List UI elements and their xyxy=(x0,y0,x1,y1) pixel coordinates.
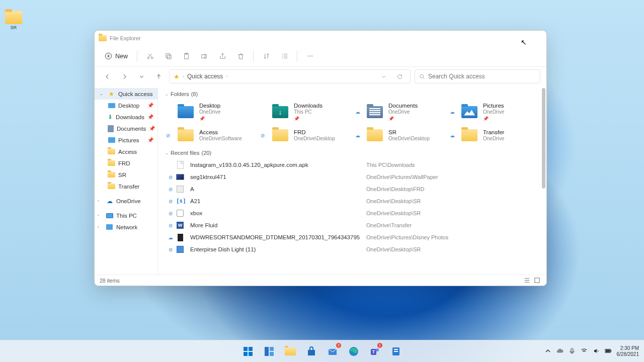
file-row[interactable]: ⊘AOneDrive\Desktop\FRD xyxy=(165,183,539,195)
widgets-button[interactable] xyxy=(260,342,279,361)
onedrive-tray-icon[interactable] xyxy=(556,347,564,355)
sidebar-item-documents[interactable]: Documents📌 xyxy=(95,123,157,134)
delete-button[interactable] xyxy=(233,49,248,64)
file-path: OneDrive\Pictures\Disney Photos xyxy=(366,234,448,240)
folder-downloads[interactable]: ↓DownloadsThis PC📌 xyxy=(260,100,350,124)
sort-button[interactable] xyxy=(259,49,274,64)
chevron-down-icon xyxy=(138,73,145,80)
file-name: A21 xyxy=(190,198,366,204)
sidebar-item-downloads[interactable]: ⬇Downloads📌 xyxy=(95,111,157,123)
chevron-right-icon[interactable]: › xyxy=(98,213,103,218)
wifi-tray-icon[interactable] xyxy=(581,347,588,355)
battery-tray-icon[interactable] xyxy=(605,347,612,355)
file-row[interactable]: ☁WDWRESORTSANDMORE_DTDMEMR_20170301_7964… xyxy=(165,231,539,243)
search-icon xyxy=(419,73,425,80)
file-row[interactable]: ⊘[s]A21OneDrive\Desktop\SR xyxy=(165,195,539,207)
paste-button[interactable] xyxy=(179,49,194,64)
chevron-down-icon[interactable]: ⌄ xyxy=(100,92,105,96)
pc-icon xyxy=(106,212,113,219)
breadcrumb-item[interactable]: Quick access xyxy=(187,73,223,80)
folder-access[interactable]: ⊘AccessOneDrive\Software xyxy=(165,126,256,145)
file-row[interactable]: ⊘Enterpirse Dish Light (11)OneDrive\Desk… xyxy=(165,243,539,255)
svg-rect-13 xyxy=(244,347,248,351)
address-bar[interactable]: ★ › Quick access › xyxy=(169,69,411,83)
store-button[interactable] xyxy=(302,342,321,361)
file-row[interactable]: ⊘xboxOneDrive\Desktop\SR xyxy=(165,207,539,219)
svg-text:T: T xyxy=(372,349,375,354)
file-row[interactable]: ⊘seg1ktrxul471OneDrive\Pictures\WallPape… xyxy=(165,171,539,183)
sidebar-item-sr[interactable]: SR xyxy=(95,169,157,180)
explorer-button[interactable] xyxy=(281,342,300,361)
details-view-button[interactable] xyxy=(522,277,531,285)
sidebar-item-network[interactable]: ›Network xyxy=(95,221,157,233)
history-dropdown[interactable] xyxy=(377,70,390,83)
tips-button[interactable] xyxy=(386,342,406,361)
chevron-right-icon[interactable]: › xyxy=(98,199,103,203)
badge: 1 xyxy=(377,343,382,348)
folder-frd[interactable]: ⊘FRDOneDrive\Desktop xyxy=(260,126,350,145)
edge-icon xyxy=(348,346,359,357)
trash-icon xyxy=(237,52,245,60)
file-row[interactable]: ⊘WMore FluidOneDrive\Transfer xyxy=(165,219,539,231)
sidebar-item-this-pc[interactable]: ›This PC xyxy=(95,210,157,221)
separator xyxy=(297,51,297,62)
sync-status-icon: ⊘ xyxy=(166,223,175,228)
svg-rect-16 xyxy=(249,352,253,356)
status-bar: 28 items xyxy=(95,275,546,286)
more-button[interactable] xyxy=(302,49,317,64)
share-button[interactable] xyxy=(215,49,230,64)
sidebar-item-transfer[interactable]: Transfer xyxy=(95,180,157,192)
file-name: More Fluid xyxy=(190,222,366,228)
sidebar-item-pictures[interactable]: Pictures📌 xyxy=(95,134,157,146)
image-icon xyxy=(176,174,184,180)
new-button[interactable]: New xyxy=(101,50,132,62)
desktop-folder-sr[interactable]: SR xyxy=(3,11,25,30)
rename-button[interactable] xyxy=(197,49,212,64)
file-name: Enterpirse Dish Light (11) xyxy=(190,246,366,252)
chevron-right-icon[interactable]: › xyxy=(98,225,103,229)
arrow-up-icon xyxy=(155,73,162,80)
sidebar-item-quick-access[interactable]: ⌄★Quick access xyxy=(95,88,157,100)
refresh-button[interactable] xyxy=(393,70,406,83)
edge-button[interactable] xyxy=(344,342,363,361)
file-path: OneDrive\Pictures\WallPaper xyxy=(366,174,438,180)
recent-button[interactable] xyxy=(135,70,148,83)
group-header-recent[interactable]: ⌄ Recent files (20) xyxy=(165,150,539,156)
folder-documents[interactable]: ☁DocumentsOneDrive📌 xyxy=(354,100,445,124)
view-button[interactable] xyxy=(277,49,292,64)
volume-tray-icon[interactable] xyxy=(593,347,600,355)
titlebar[interactable]: File Explorer xyxy=(95,31,546,46)
folder-desktop[interactable]: DesktopOneDrive📌 xyxy=(165,100,256,124)
folder-sr[interactable]: ☁SROneDrive\Desktop xyxy=(354,126,445,145)
mail-button[interactable]: 3 xyxy=(323,342,342,361)
search-box[interactable] xyxy=(415,69,540,83)
sidebar-item-onedrive[interactable]: ›☁OneDrive xyxy=(95,195,157,207)
svg-rect-4 xyxy=(167,55,171,59)
mic-tray-icon[interactable] xyxy=(569,347,576,355)
sidebar-item-frd[interactable]: FRD xyxy=(95,157,157,169)
scrollbar-thumb[interactable] xyxy=(542,88,545,189)
start-button[interactable] xyxy=(238,342,258,361)
sidebar-item-desktop[interactable]: Desktop📌 xyxy=(95,100,157,111)
back-button[interactable] xyxy=(101,70,114,83)
folder-transfer[interactable]: ☁TransferOneDrive xyxy=(449,126,539,145)
copy-button[interactable] xyxy=(160,49,176,64)
clock[interactable]: 2:30 PM 6/28/2021 xyxy=(617,345,639,357)
chevron-down-icon: ⌄ xyxy=(165,92,169,97)
widgets-icon xyxy=(264,346,275,357)
up-button[interactable] xyxy=(152,70,165,83)
downloads-folder-icon: ↓ xyxy=(272,106,288,118)
forward-button[interactable] xyxy=(118,70,131,83)
group-header-folders[interactable]: ⌄ Folders (8) xyxy=(165,91,539,97)
star-icon: ★ xyxy=(108,90,115,98)
teams-button[interactable]: T1 xyxy=(365,342,384,361)
thumbnails-view-button[interactable] xyxy=(532,277,541,285)
cut-button[interactable] xyxy=(142,49,157,64)
file-row[interactable]: Instagram_v193.0.0.45.120_apkpure.com.ap… xyxy=(165,159,539,171)
folder-pictures[interactable]: ☁PicturesOneDrive📌 xyxy=(449,100,539,124)
search-input[interactable] xyxy=(428,73,536,80)
sidebar-item-access[interactable]: Access xyxy=(95,146,157,157)
svg-rect-15 xyxy=(244,352,248,356)
show-hidden-button[interactable] xyxy=(544,347,551,355)
folder-location: OneDrive\Desktop xyxy=(388,136,430,142)
